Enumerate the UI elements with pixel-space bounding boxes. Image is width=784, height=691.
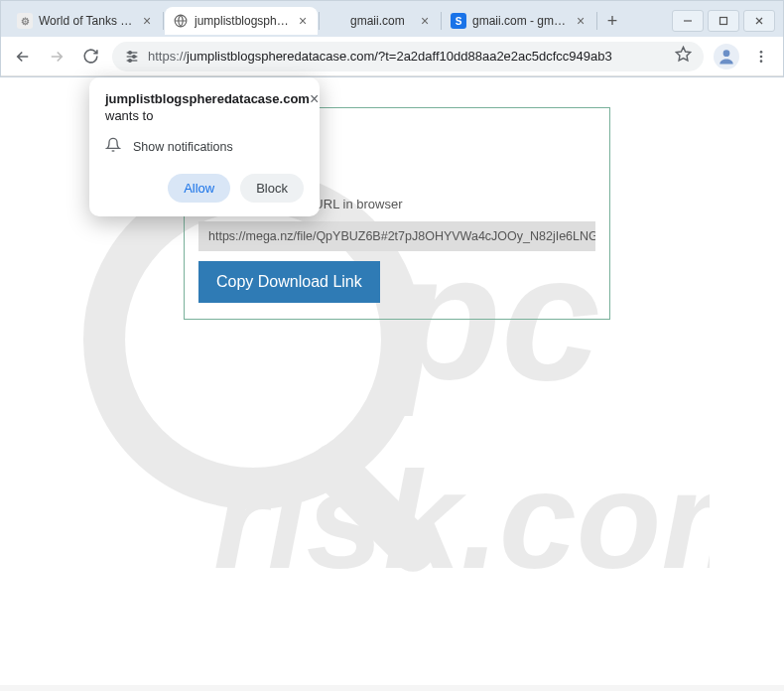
close-icon[interactable]: × — [296, 14, 310, 28]
tab-gmaii[interactable]: gmaii.com × — [321, 7, 440, 35]
permission-label: Show notifications — [133, 140, 233, 154]
tab-world-of-tanks[interactable]: ⚙ World of Tanks – nemokam × — [9, 7, 162, 35]
profile-avatar[interactable] — [714, 44, 739, 69]
download-url-field[interactable]: https://mega.nz/file/QpYBUZ6B#2t7pJ8OHYV… — [198, 221, 595, 251]
svg-point-13 — [760, 51, 763, 54]
new-tab-button[interactable]: + — [598, 7, 626, 35]
svg-point-10 — [129, 59, 132, 62]
prompt-domain: jumplistblogspheredatacase.com — [105, 91, 310, 106]
url-text: https://jumplistblogspheredatacase.com/?… — [148, 49, 667, 64]
svg-point-8 — [129, 51, 132, 54]
tab-title: jumplistblogspheredatacas — [195, 14, 290, 28]
tab-gmaii-resources[interactable]: S gmaii.com - gmaii Resourc × — [443, 7, 595, 35]
notification-permission-prompt: jumplistblogspheredatacase.com wants to … — [89, 77, 320, 216]
tab-title: gmaii.com - gmaii Resourc — [472, 14, 568, 28]
tab-title: gmaii.com — [350, 14, 412, 28]
svg-marker-11 — [676, 47, 690, 60]
allow-button[interactable]: Allow — [168, 174, 230, 203]
globe-icon — [173, 13, 189, 29]
close-icon[interactable]: × — [140, 14, 154, 28]
favicon-icon: S — [451, 13, 466, 29]
prompt-wants-text: wants to — [105, 108, 310, 123]
svg-rect-17 — [301, 435, 446, 580]
reload-button[interactable] — [78, 45, 102, 69]
close-icon[interactable]: × — [574, 14, 588, 28]
maximize-button[interactable] — [708, 10, 739, 32]
close-icon[interactable]: × — [310, 91, 319, 107]
kebab-menu-icon[interactable] — [749, 45, 773, 69]
bookmark-star-icon[interactable] — [675, 46, 692, 67]
tab-separator — [596, 12, 597, 30]
svg-rect-2 — [720, 18, 727, 25]
copy-download-link-button[interactable]: Copy Download Link — [198, 261, 380, 303]
svg-point-12 — [723, 50, 730, 57]
minimize-button[interactable] — [672, 10, 704, 32]
tab-separator — [319, 12, 320, 30]
tab-separator — [441, 12, 442, 30]
close-window-button[interactable] — [743, 10, 775, 32]
address-bar[interactable]: https://jumplistblogspheredatacase.com/?… — [112, 42, 704, 71]
svg-text:risk.com: risk.com — [213, 442, 710, 598]
svg-point-9 — [133, 55, 136, 58]
forward-button[interactable] — [45, 45, 68, 69]
tab-title: World of Tanks – nemokam — [39, 14, 134, 28]
bell-icon — [105, 137, 121, 156]
back-button[interactable] — [11, 45, 35, 69]
block-button[interactable]: Block — [240, 174, 304, 203]
favicon-icon: ⚙ — [17, 13, 33, 29]
favicon-icon — [328, 13, 344, 29]
site-settings-icon[interactable] — [124, 49, 140, 65]
close-icon[interactable]: × — [418, 14, 432, 28]
tab-separator — [163, 12, 164, 30]
tab-jumplist[interactable]: jumplistblogspheredatacas × — [165, 7, 318, 35]
svg-point-14 — [760, 55, 763, 58]
svg-point-15 — [760, 60, 763, 63]
